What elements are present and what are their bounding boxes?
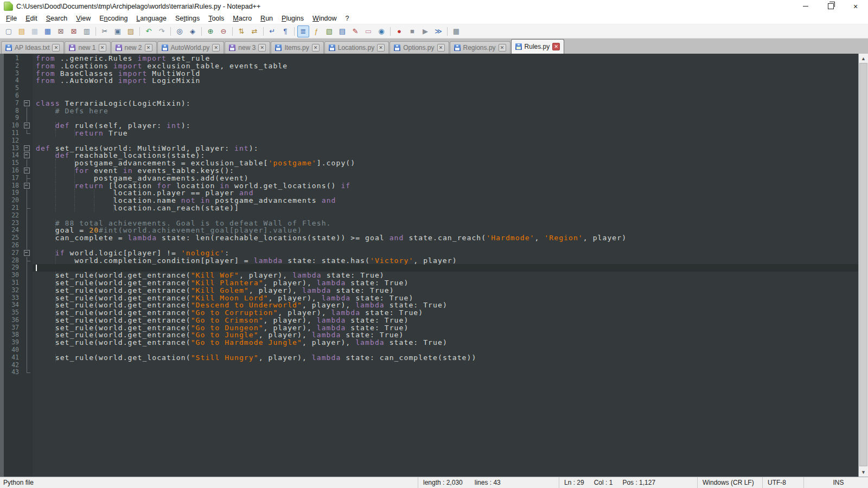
menu-item-encoding[interactable]: Encoding <box>95 14 132 23</box>
editor[interactable]: 1from ..generic.Rules import set_rule2fr… <box>0 54 868 477</box>
monitoring-eye-button[interactable]: ◉ <box>375 25 387 37</box>
fold-collapse-icon[interactable] <box>24 168 30 174</box>
new-file-button[interactable]: ▢ <box>3 25 15 37</box>
code-text[interactable]: def set_rules(world: MultiWorld, player:… <box>33 145 859 152</box>
tab-autoworld-py[interactable]: AutoWorld.py✕ <box>157 41 225 54</box>
code-text[interactable]: class TerrariaLogic(LogicMixin): <box>33 100 859 107</box>
copy-button[interactable]: ▣ <box>112 25 124 37</box>
macro-play-button[interactable]: ▶ <box>419 25 431 37</box>
scroll-up-arrow[interactable]: ▲ <box>859 54 868 63</box>
find-button[interactable]: ◎ <box>174 25 186 37</box>
code-text[interactable]: set_rule(world.get_entrance("Go to Corru… <box>33 309 859 317</box>
define-language-button[interactable]: ✎ <box>349 25 361 37</box>
cut-button[interactable]: ✂ <box>99 25 111 37</box>
scroll-down-arrow[interactable]: ▼ <box>859 467 868 477</box>
code-text[interactable]: set_rule(world.get_entrance("Descend to … <box>33 301 859 309</box>
scrollbar-thumb[interactable] <box>859 63 867 466</box>
code-text[interactable] <box>33 242 859 249</box>
code-text[interactable]: world.completion_condition[player] = lam… <box>33 257 859 265</box>
code-text[interactable] <box>33 369 859 376</box>
fold-collapse-icon[interactable] <box>24 183 30 189</box>
code-text[interactable]: if world.logic[player] != 'nologic': <box>33 249 859 257</box>
code-text[interactable]: return True <box>33 130 859 137</box>
code-text[interactable]: from .Locations import exclusion_table, … <box>33 62 859 70</box>
tab-new-1[interactable]: new 1✕ <box>65 41 110 54</box>
fold-marker[interactable] <box>22 145 33 152</box>
fold-collapse-icon[interactable] <box>24 100 30 106</box>
tab-options-py[interactable]: Options.py✕ <box>390 41 449 54</box>
fold-collapse-icon[interactable] <box>24 145 30 151</box>
menu-item-macro[interactable]: Macro <box>228 14 256 23</box>
menu-item-plugins[interactable]: Plugins <box>277 14 308 23</box>
code-text[interactable]: goal = 20#int(world.achievement_goal[pla… <box>33 227 859 234</box>
vertical-scrollbar[interactable]: ▲ ▼ <box>858 54 868 477</box>
replace-button[interactable]: ◈ <box>187 25 199 37</box>
code-text[interactable]: set_rule(world.get_location("Still Hungr… <box>33 354 859 362</box>
fold-marker[interactable] <box>22 100 33 107</box>
code-text[interactable]: set_rule(world.get_entrance("Go to Crims… <box>33 317 859 324</box>
document-list-button[interactable]: ▤ <box>336 25 348 37</box>
code-text[interactable]: location.can_reach(state)] <box>33 204 859 212</box>
menu-item-settings[interactable]: Settings <box>171 14 204 23</box>
fold-marker[interactable] <box>22 122 33 130</box>
code-text[interactable] <box>33 85 859 92</box>
code-text[interactable]: set_rule(world.get_entrance("Kill Golem"… <box>33 287 859 294</box>
restore-button[interactable] <box>818 0 843 12</box>
fold-collapse-icon[interactable] <box>24 123 30 129</box>
close-button[interactable]: ⊠ <box>55 25 67 37</box>
menu-item-window[interactable]: Window <box>308 14 341 23</box>
tab-new-3[interactable]: new 3✕ <box>225 41 270 54</box>
code-text[interactable]: for event in events_table.keys(): <box>33 167 859 175</box>
menu-item-help[interactable]: ? <box>341 14 354 23</box>
code-text[interactable]: return [location for location in world.g… <box>33 182 859 190</box>
tab-close-icon[interactable]: ✕ <box>258 44 266 52</box>
code-text[interactable]: location.player == player and <box>33 189 859 197</box>
menu-item-file[interactable]: File <box>2 14 21 23</box>
code-text[interactable]: can_complete = lambda state: len(reachab… <box>33 234 859 242</box>
code-text[interactable]: # Defs here <box>33 107 859 115</box>
tab-close-icon[interactable]: ✕ <box>99 44 106 52</box>
macro-run-multiple-button[interactable]: ≫ <box>432 25 444 37</box>
macro-save-button[interactable]: ▦ <box>450 25 462 37</box>
menu-item-tools[interactable]: Tools <box>204 14 228 23</box>
code-text[interactable] <box>33 92 859 100</box>
code-text[interactable]: set_rule(world.get_entrance("Go to Hardm… <box>33 339 859 346</box>
fold-collapse-icon[interactable] <box>24 250 30 256</box>
macro-record-button[interactable]: ● <box>393 25 405 37</box>
menu-item-edit[interactable]: Edit <box>21 14 42 23</box>
fold-marker[interactable] <box>22 182 33 190</box>
code-text[interactable] <box>33 212 859 220</box>
code-text[interactable]: postgame_advancements = exclusion_table[… <box>33 159 859 167</box>
save-button[interactable]: ▦ <box>29 25 41 37</box>
fold-marker[interactable] <box>22 167 33 175</box>
code-text[interactable]: location.name not in postgame_advancemen… <box>33 197 859 204</box>
tab-close-icon[interactable]: ✕ <box>145 44 152 52</box>
code-text[interactable] <box>33 362 859 369</box>
tab-items-py[interactable]: Items.py✕ <box>271 41 323 54</box>
tab-close-icon[interactable]: ✕ <box>437 44 445 52</box>
menu-item-language[interactable]: Language <box>132 14 171 23</box>
code-text[interactable]: from ..generic.Rules import set_rule <box>33 55 859 62</box>
menu-item-run[interactable]: Run <box>256 14 277 23</box>
open-file-button[interactable]: ▤ <box>16 25 28 37</box>
code-text[interactable]: postgame_advancements.add(event) <box>33 175 859 182</box>
show-indent-guide-button[interactable]: ≣ <box>297 25 309 37</box>
paste-button[interactable]: ▨ <box>125 25 137 37</box>
close-button[interactable]: × <box>843 0 868 12</box>
code-text[interactable]: set_rule(world.get_entrance("Kill WoF", … <box>33 272 859 279</box>
tab-new-2[interactable]: new 2✕ <box>111 41 157 54</box>
code-text[interactable] <box>33 114 859 122</box>
undo-button[interactable]: ↶ <box>143 25 155 37</box>
code-text[interactable]: set_rule(world.get_entrance("Go to Dunge… <box>33 324 859 332</box>
tab-close-icon[interactable]: ✕ <box>499 44 506 52</box>
macro-stop-button[interactable]: ■ <box>406 25 418 37</box>
tab-ap-ideas-txt[interactable]: AP Ideas.txt✕ <box>1 41 64 54</box>
print-button[interactable]: ▥ <box>81 25 93 37</box>
tab-regions-py[interactable]: Regions.py✕ <box>450 41 510 54</box>
document-map-button[interactable]: ▧ <box>323 25 335 37</box>
tab-close-icon[interactable]: ✕ <box>377 44 385 52</box>
code-text[interactable]: def reachable_locations(state): <box>33 152 859 159</box>
word-wrap-button[interactable]: ↵ <box>266 25 278 37</box>
function-list-button[interactable]: ƒ <box>310 25 322 37</box>
tab-close-icon[interactable]: ✕ <box>212 44 220 52</box>
